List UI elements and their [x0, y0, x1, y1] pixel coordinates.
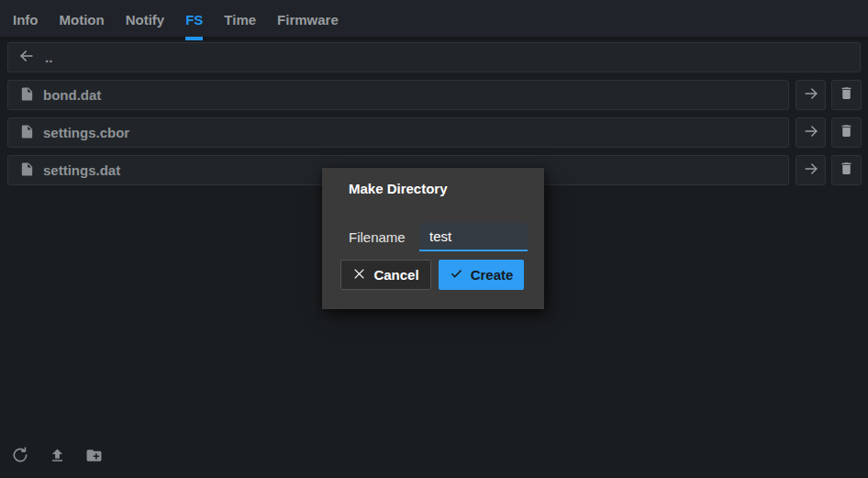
close-icon [352, 267, 366, 283]
parent-directory-row[interactable]: .. [7, 42, 861, 72]
open-file-button[interactable] [796, 155, 826, 185]
arrow-right-icon [802, 160, 820, 182]
fs-toolbar [11, 447, 103, 467]
file-name: settings.cbor [43, 125, 129, 140]
tab-time[interactable]: Time [224, 0, 256, 40]
file-row[interactable]: bond.dat [7, 80, 789, 110]
create-button[interactable]: Create [439, 260, 524, 290]
tab-info[interactable]: Info [13, 0, 39, 40]
tab-firmware[interactable]: Firmware [277, 0, 339, 40]
delete-file-button[interactable] [831, 155, 862, 185]
tab-motion[interactable]: Motion [60, 0, 105, 40]
file-icon [19, 124, 35, 142]
refresh-button[interactable] [11, 447, 29, 467]
file-name: settings.dat [43, 162, 120, 178]
open-file-button[interactable] [796, 80, 826, 110]
dialog-title: Make Directory [349, 181, 448, 196]
arrow-left-icon [17, 47, 36, 68]
open-file-button[interactable] [796, 117, 826, 148]
filename-label: Filename [349, 229, 406, 245]
file-icon [19, 161, 35, 180]
make-directory-dialog: Make Directory Filename Cancel Create [322, 168, 544, 309]
tab-bar: Info Motion Notify FS Time Firmware [0, 0, 868, 40]
folder-plus-icon [85, 447, 103, 468]
tab-fs[interactable]: FS [185, 0, 203, 40]
create-button-label: Create [471, 267, 514, 283]
file-row[interactable]: settings.cbor [7, 117, 789, 148]
upload-icon [49, 447, 66, 468]
cancel-button-label: Cancel [373, 267, 418, 283]
cancel-button[interactable]: Cancel [340, 260, 431, 290]
trash-icon [839, 123, 854, 142]
file-name: bond.dat [43, 87, 101, 103]
parent-directory-label: .. [45, 50, 52, 65]
upload-button[interactable] [48, 447, 66, 467]
trash-icon [839, 85, 854, 105]
refresh-icon [11, 446, 29, 468]
delete-file-button[interactable] [831, 80, 862, 110]
tab-notify[interactable]: Notify [126, 0, 165, 40]
check-icon [450, 267, 463, 283]
filename-input[interactable] [419, 223, 528, 251]
make-directory-button[interactable] [84, 447, 103, 467]
arrow-right-icon [802, 122, 820, 144]
delete-file-button[interactable] [831, 117, 862, 148]
file-icon [19, 86, 35, 105]
trash-icon [839, 161, 854, 180]
arrow-right-icon [802, 84, 820, 106]
